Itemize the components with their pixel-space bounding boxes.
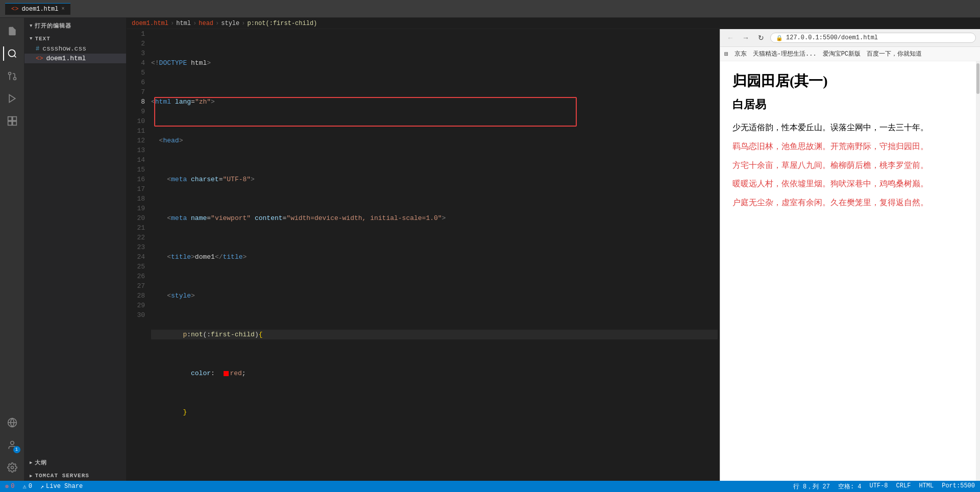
breadcrumb-html[interactable]: html [176, 20, 191, 27]
bookmark-tianmao[interactable]: 天猫精选-理想生活... [753, 50, 817, 58]
editor-area: doem1.html › html › head › style › p:not… [127, 18, 980, 481]
status-position[interactable]: 行 8，列 27 [793, 482, 830, 491]
preview-para-5: 户庭无尘杂，虚室有余闲。久在樊笼里，复得返自然。 [732, 195, 964, 210]
svg-point-0 [8, 50, 15, 57]
html-file-icon: <> [11, 6, 18, 13]
status-live-share[interactable]: ↗ Live Share [40, 483, 83, 490]
svg-line-1 [14, 56, 16, 58]
code-content[interactable]: <!DOCTYPE html> <html lang="zh"> <head> … [149, 29, 720, 481]
tab-close-button[interactable]: × [61, 6, 64, 12]
live-share-icon: ↗ [40, 483, 44, 490]
preview-content: 归园田居(其一) 白居易 少无适俗韵，性本爱丘山。误落尘网中，一去三十年。 羁鸟… [720, 61, 976, 481]
scrollbar-thumb[interactable] [976, 63, 979, 94]
account-badge: 1 [13, 446, 20, 453]
run-activity-icon[interactable] [3, 89, 21, 108]
preview-title: 归园田居(其一) [732, 71, 964, 91]
code-line-10: } [151, 407, 718, 417]
files-activity-icon[interactable] [3, 22, 21, 40]
remote-explorer-activity-icon[interactable] [3, 413, 21, 432]
search-activity-icon[interactable] [3, 44, 21, 63]
svg-rect-7 [12, 117, 16, 121]
css-file-icon: # [36, 45, 39, 53]
code-line-4: <meta charset="UTF-8"> [151, 175, 718, 184]
extensions-activity-icon[interactable] [3, 112, 21, 130]
code-line-11 [151, 446, 718, 456]
bookmark-aitaobao[interactable]: 爱淘宝PC新版 [823, 50, 861, 58]
preview-toolbar: ← → ↻ 🔒 127.0.0.1:5500/doem1.html [720, 29, 980, 47]
activity-bar: 1 [0, 18, 24, 481]
line-numbers: 12345 678910 1112131415 1617181920 21222… [127, 29, 149, 481]
bookmark-jd[interactable]: 京东 [734, 50, 747, 58]
code-line-1: <!DOCTYPE html> [151, 58, 718, 68]
status-right: 行 8，列 27 空格: 4 UTF-8 CRLF HTML Port:5500 [793, 482, 975, 491]
code-line-2: <html lang="zh"> [151, 97, 718, 107]
status-port[interactable]: Port:5500 [942, 482, 975, 491]
svg-rect-6 [8, 117, 12, 121]
refresh-button[interactable]: ↻ [755, 32, 767, 44]
svg-point-2 [13, 78, 16, 80]
sidebar-file-cssshow[interactable]: # cssshow.css [24, 44, 126, 54]
forward-button[interactable]: → [740, 32, 752, 44]
preview-pane: ← → ↻ 🔒 127.0.0.1:5500/doem1.html ⊞ 京东 天… [720, 29, 980, 481]
source-control-activity-icon[interactable] [3, 67, 21, 85]
text-section-header[interactable]: ▼ TEXT [24, 32, 126, 44]
preview-scrollbar[interactable] [976, 61, 980, 481]
account-activity-icon[interactable]: 1 [3, 436, 21, 454]
svg-point-13 [11, 466, 13, 469]
status-encoding[interactable]: UTF-8 [870, 482, 888, 491]
breadcrumb-pseudo[interactable]: p:not(:first-child) [247, 20, 317, 27]
code-line-12 [151, 475, 718, 481]
tab-bar: <> doem1.html × [0, 0, 980, 18]
status-errors[interactable]: ⊗ ⊗0 0 [5, 483, 14, 490]
bookmarks-bar: ⊞ 京东 天猫精选-理想生活... 爱淘宝PC新版 百度一下，你就知道 [720, 47, 980, 61]
code-line-5: <meta name="viewport" content="width=dev… [151, 213, 718, 223]
svg-marker-5 [9, 95, 15, 103]
status-bar: ⊗ ⊗0 0 ⚠ 0 ↗ Live Share 行 8，列 27 空格: 4 U… [0, 481, 980, 492]
preview-para-3: 方宅十余亩，草屋八九间。榆柳荫后檐，桃李罗堂前。 [732, 158, 964, 173]
svg-point-12 [10, 441, 14, 445]
back-button[interactable]: ← [724, 32, 737, 44]
status-spaces[interactable]: 空格: 4 [838, 482, 862, 491]
apps-icon[interactable]: ⊞ [724, 50, 728, 58]
open-editors-header[interactable]: ▼ 打开的编辑器 [24, 18, 126, 32]
svg-rect-9 [12, 121, 16, 126]
tab-filename: doem1.html [21, 6, 58, 13]
code-editor[interactable]: 12345 678910 1112131415 1617181920 21222… [127, 29, 720, 481]
svg-point-3 [8, 72, 11, 75]
preview-author: 白居易 [732, 97, 964, 112]
settings-activity-icon[interactable] [3, 458, 21, 477]
color-swatch-red [224, 371, 229, 376]
sidebar-file-doem1[interactable]: <> doem1.html [24, 54, 126, 63]
editor-tab[interactable]: <> doem1.html × [5, 3, 70, 15]
status-language[interactable]: HTML [919, 482, 934, 491]
url-text: 127.0.0.1:5500/doem1.html [786, 34, 878, 41]
tomcat-header[interactable]: ▶ TOMCAT SERVERS [24, 469, 126, 481]
code-line-9: color: red; [151, 368, 718, 378]
preview-para-2: 羁鸟恋旧林，池鱼思故渊。开荒南野际，守拙归园田。 [732, 139, 964, 154]
code-line-7: <style> [151, 291, 718, 301]
error-icon: ⊗ [5, 483, 9, 490]
url-bar[interactable]: 🔒 127.0.0.1:5500/doem1.html [770, 33, 976, 43]
breadcrumb-style[interactable]: style [221, 20, 239, 27]
breadcrumb-file[interactable]: doem1.html [132, 20, 168, 27]
warning-icon: ⚠ [22, 483, 26, 490]
code-line-8: p:not(:first-child){ [151, 330, 718, 339]
preview-para-1: 少无适俗韵，性本爱丘山。误落尘网中，一去三十年。 [732, 120, 964, 135]
svg-rect-8 [8, 121, 12, 126]
html-file-icon: <> [36, 55, 43, 62]
code-line-6: <title>dome1</title> [151, 252, 718, 262]
outline-header[interactable]: ▶ 大纲 [24, 455, 126, 469]
status-warnings[interactable]: ⚠ 0 [22, 483, 32, 490]
code-line-3: <head> [151, 136, 718, 145]
breadcrumb: doem1.html › html › head › style › p:not… [127, 18, 980, 29]
bookmark-baidu[interactable]: 百度一下，你就知道 [867, 50, 922, 58]
breadcrumb-head[interactable]: head [199, 20, 213, 27]
status-line-ending[interactable]: CRLF [896, 482, 911, 491]
preview-para-4: 暖暖远人村，依依墟里烟。狗吠深巷中，鸡鸣桑树巅。 [732, 177, 964, 191]
lock-icon: 🔒 [776, 35, 783, 41]
sidebar: ▼ 打开的编辑器 ▼ TEXT # cssshow.css <> doem1.h… [24, 18, 127, 481]
